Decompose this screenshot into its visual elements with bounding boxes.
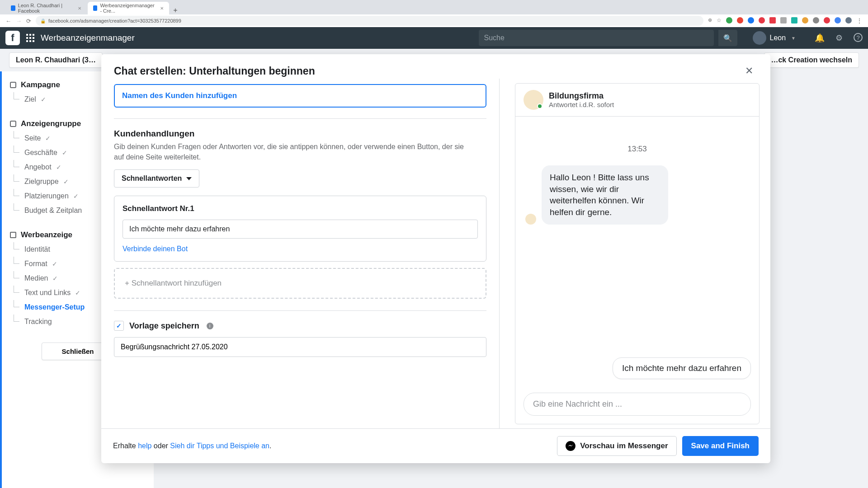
close-icon[interactable]: ✕ (160, 6, 164, 11)
message-avatar-icon (525, 214, 536, 225)
account-selector[interactable]: Leon R. Chaudhari (3… (9, 52, 103, 68)
close-icon[interactable]: ✕ (741, 63, 758, 79)
tips-link[interactable]: Sieh dir Tipps und Beispiele an (170, 442, 269, 450)
user-name: Leon (770, 34, 786, 42)
check-icon: ✓ (41, 96, 46, 103)
add-quick-reply-button[interactable]: Schnellantwort hinzufügen (114, 268, 486, 299)
save-template-checkbox[interactable]: ✓ (114, 321, 124, 331)
info-icon[interactable]: i (207, 323, 213, 329)
messenger-preview: Bildungsfirma Antwortet i.d.R. sofort 13… (515, 83, 760, 424)
search-icon: 🔍 (723, 34, 732, 42)
apps-grid-icon[interactable] (26, 34, 34, 42)
check-icon: ✓ (52, 260, 57, 267)
preview-messenger-button[interactable]: Vorschau im Messenger (557, 436, 676, 456)
help-link[interactable]: help (138, 442, 151, 450)
zoom-icon[interactable]: ⊕ (708, 17, 712, 24)
section-icon (10, 232, 16, 238)
quick-reply-chip[interactable]: Ich möchte mehr dazu erfahren (613, 357, 751, 379)
browser-tab-2[interactable]: Werbeanzeigenmanager - Cre... ✕ (88, 2, 169, 14)
quick-reply-title: Schnellantwort Nr.1 (123, 204, 478, 213)
modal-left-panel: Namen des Kunden hinzufügen Kundenhandlu… (101, 79, 499, 428)
extension-icon[interactable] (824, 17, 830, 23)
online-status-icon (537, 103, 542, 109)
check-icon: ✓ (45, 135, 51, 142)
facebook-favicon (11, 5, 15, 11)
help-icon[interactable]: ? (854, 33, 863, 42)
browser-chrome: Leon R. Chaudhari | Facebook ✕ Werbeanze… (0, 0, 868, 27)
extension-icon[interactable] (780, 17, 787, 23)
chat-create-modal: Chat erstellen: Unterhaltungen beginnen … (101, 54, 770, 463)
facebook-favicon (93, 5, 97, 11)
browser-tab-1[interactable]: Leon R. Chaudhari | Facebook ✕ (5, 2, 87, 14)
extension-icon[interactable] (835, 17, 841, 23)
user-menu[interactable]: Leon ▼ (753, 31, 796, 45)
address-bar[interactable]: 🔒 facebook.com/adsmanager/creation?act=3… (36, 16, 703, 26)
star-icon[interactable]: ☆ (717, 17, 722, 24)
creation-mode-toggle[interactable]: …ck Creation wechseln (764, 52, 859, 68)
chevron-down-icon: ▼ (791, 36, 796, 41)
template-name-input[interactable] (114, 337, 486, 357)
section-icon (10, 121, 16, 127)
save-finish-button[interactable]: Save and Finish (682, 436, 759, 456)
messenger-icon (566, 441, 576, 451)
extension-icons: ⊕ ☆ ⋮ (708, 17, 863, 24)
customer-name-input[interactable]: Namen des Kunden hinzufügen (114, 84, 486, 108)
facebook-logo-icon[interactable]: f (5, 31, 20, 45)
quick-reply-input[interactable] (123, 220, 478, 239)
profile-avatar-icon[interactable] (845, 17, 852, 23)
extension-icon[interactable] (802, 17, 808, 23)
check-icon: ✓ (73, 192, 79, 200)
check-icon: ✓ (52, 275, 58, 282)
extension-icon[interactable] (759, 17, 765, 23)
reload-icon[interactable]: ⟳ (26, 18, 31, 24)
menu-icon[interactable]: ⋮ (856, 17, 863, 24)
app-title: Werbeanzeigenmanager (41, 33, 135, 43)
close-icon[interactable]: ✕ (78, 6, 81, 11)
brand-avatar-icon (524, 90, 543, 110)
url-text: facebook.com/adsmanager/creation?act=303… (48, 18, 181, 23)
brand-name: Bildungsfirma (549, 91, 614, 101)
quick-replies-dropdown[interactable]: Schnellantworten (114, 169, 199, 188)
back-icon[interactable]: ← (5, 18, 11, 24)
check-icon: ✓ (63, 178, 69, 185)
new-tab-button[interactable]: + (170, 6, 181, 14)
message-input[interactable]: Gib eine Nachricht ein ... (524, 393, 751, 416)
extension-icon[interactable] (813, 17, 819, 23)
facebook-header: f Werbeanzeigenmanager Suche 🔍 Leon ▼ 🔔 … (0, 27, 868, 49)
section-heading: Kundenhandlungen (114, 129, 486, 139)
user-avatar-icon (753, 31, 766, 45)
browser-toolbar: ← → ⟳ 🔒 facebook.com/adsmanager/creation… (0, 14, 868, 27)
check-icon: ✓ (75, 289, 80, 296)
extension-icon[interactable] (769, 17, 776, 23)
check-icon: ✓ (62, 149, 67, 156)
browser-tabs: Leon R. Chaudhari | Facebook ✕ Werbeanze… (0, 0, 868, 14)
check-icon: ✓ (56, 164, 61, 171)
extension-icon[interactable] (737, 17, 743, 23)
help-text: Erhalte help oder Sieh dir Tipps und Bei… (113, 442, 271, 450)
gear-icon[interactable]: ⚙ (835, 33, 843, 43)
extension-icon[interactable] (791, 17, 797, 23)
connect-bot-link[interactable]: Verbinde deinen Bot (123, 245, 478, 253)
extension-icon[interactable] (748, 17, 754, 23)
chevron-down-icon (186, 177, 192, 180)
message-bubble: Hallo Leon ! Bitte lass uns wissen, wie … (542, 165, 668, 225)
timestamp: 13:53 (525, 145, 749, 154)
modal-title: Chat erstellen: Unterhaltungen beginnen (114, 65, 315, 77)
header-icons: 🔔 ⚙ ? (815, 33, 863, 43)
tab-title: Leon R. Chaudhari | Facebook (18, 3, 73, 14)
save-template-label: Vorlage speichern (129, 321, 199, 331)
quick-reply-card: Schnellantwort Nr.1 Verbinde deinen Bot (114, 196, 486, 262)
search-button[interactable]: 🔍 (718, 30, 737, 46)
lock-icon: 🔒 (40, 19, 46, 23)
brand-subtitle: Antwortet i.d.R. sofort (549, 101, 614, 108)
tab-title: Werbeanzeigenmanager - Cre... (100, 3, 156, 14)
search-placeholder: Suche (484, 34, 505, 42)
modal-footer: Erhalte help oder Sieh dir Tipps und Bei… (101, 428, 770, 463)
section-icon (10, 82, 16, 88)
forward-icon[interactable]: → (16, 18, 22, 24)
message-row: Hallo Leon ! Bitte lass uns wissen, wie … (525, 165, 749, 225)
search-input[interactable]: Suche (479, 30, 714, 46)
extension-icon[interactable] (726, 17, 732, 23)
modal-right-panel: Bildungsfirma Antwortet i.d.R. sofort 13… (500, 79, 770, 428)
bell-icon[interactable]: 🔔 (815, 33, 825, 43)
